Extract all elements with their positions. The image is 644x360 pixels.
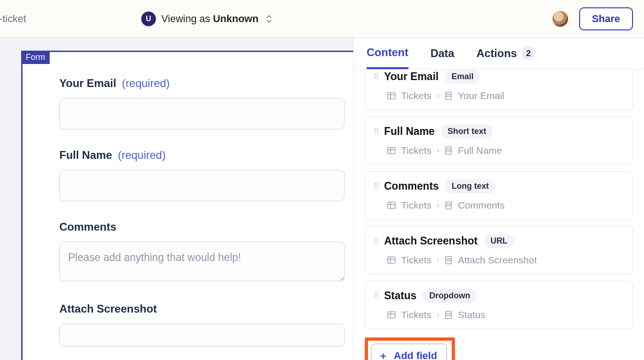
column-icon (445, 146, 452, 155)
svg-rect-6 (388, 147, 395, 154)
required-label: (required) (118, 149, 166, 161)
source-column-name: Comments (458, 200, 505, 211)
add-field-button[interactable]: ＋ Add field (371, 343, 447, 360)
svg-rect-0 (388, 93, 395, 99)
svg-rect-27 (446, 311, 451, 319)
panel-field-your-email[interactable]: ⠿ Your Email Email Tickets › Your Email (365, 70, 633, 110)
panel-field-name: Status (384, 290, 416, 302)
svg-rect-3 (446, 92, 451, 99)
full-name-input[interactable] (59, 170, 345, 201)
drag-handle-icon[interactable]: ⠿ (374, 294, 378, 298)
form-field-your-email: Your Email (required) (59, 77, 335, 129)
source-table-name: Tickets (401, 200, 431, 211)
share-button[interactable]: Share (579, 7, 633, 30)
user-badge-icon: U (141, 12, 156, 26)
source-column-name: Attach Screenshot (458, 255, 537, 266)
field-type-pill: Email (445, 70, 480, 84)
panel-field-full-name[interactable]: ⠿ Full Name Short text Tickets › Full Na… (365, 116, 633, 165)
panel-field-name: Attach Screenshot (384, 235, 477, 247)
chevron-right-icon: › (437, 255, 440, 265)
source-table-name: Tickets (401, 90, 431, 101)
drag-handle-icon[interactable]: ⠿ (374, 239, 378, 243)
comments-input[interactable] (59, 242, 345, 281)
your-email-input[interactable] (59, 98, 345, 129)
source-column-name: Status (458, 309, 485, 320)
table-icon (387, 256, 396, 264)
field-type-pill: Dropdown (423, 289, 477, 303)
actions-count-badge: 2 (522, 46, 535, 60)
panel-field-name: Full Name (384, 125, 435, 138)
source-table-name: Tickets (401, 145, 431, 156)
viewing-as-control[interactable]: U Viewing as Unknown (141, 12, 272, 26)
form-selection-tag[interactable]: Form (21, 51, 50, 64)
avatar[interactable] (552, 11, 568, 27)
source-table-name: Tickets (401, 255, 431, 266)
tab-data[interactable]: Data (431, 46, 454, 69)
svg-rect-12 (388, 202, 395, 209)
plus-icon: ＋ (378, 349, 388, 360)
drag-handle-icon[interactable]: ⠿ (374, 75, 378, 79)
column-icon (445, 201, 452, 209)
chevron-sort-icon (266, 14, 272, 23)
table-icon (387, 201, 396, 209)
svg-rect-21 (446, 256, 451, 264)
field-label: Your Email (59, 77, 116, 89)
panel-field-status[interactable]: ⠿ Status Dropdown Tickets › Status (365, 281, 633, 329)
field-type-pill: Long text (445, 179, 495, 193)
form-field-attach-screenshot: Attach Screenshot (59, 302, 335, 347)
viewing-as-label: Viewing as Unknown (161, 13, 259, 25)
table-icon (387, 311, 396, 319)
column-icon (445, 311, 452, 319)
svg-rect-9 (446, 147, 451, 154)
field-label: Comments (59, 221, 116, 233)
add-field-highlight: ＋ Add field (365, 337, 455, 360)
field-label: Full Name (59, 149, 112, 161)
required-label: (required) (122, 77, 170, 89)
breadcrumb-text: t-ticket (0, 13, 26, 25)
panel-field-name: Comments (384, 180, 439, 192)
tab-actions[interactable]: Actions 2 (477, 46, 535, 69)
column-icon (445, 256, 452, 264)
chevron-right-icon: › (437, 146, 440, 155)
chevron-right-icon: › (437, 310, 440, 319)
svg-rect-18 (388, 257, 395, 263)
right-panel: Content Data Actions 2 ⠿ Your Email Emai… (353, 38, 644, 360)
panel-field-comments[interactable]: ⠿ Comments Long text Tickets › Comments (365, 171, 633, 220)
source-table-name: Tickets (401, 309, 431, 320)
table-icon (387, 146, 396, 155)
chevron-right-icon: › (437, 91, 440, 100)
svg-rect-15 (446, 202, 451, 209)
source-column-name: Full Name (458, 145, 502, 156)
panel-field-attach-screenshot[interactable]: ⠿ Attach Screenshot URL Tickets › Attach… (365, 226, 633, 274)
drag-handle-icon[interactable]: ⠿ (374, 185, 378, 188)
attach-screenshot-input[interactable] (59, 324, 345, 347)
form-field-full-name: Full Name (required) (59, 149, 335, 201)
chevron-right-icon: › (437, 201, 440, 210)
form-card[interactable]: Your Email (required) Full Name (require… (21, 51, 353, 360)
field-type-pill: URL (484, 234, 514, 248)
source-column-name: Your Email (458, 90, 504, 101)
top-bar: t-ticket U Viewing as Unknown Share (0, 0, 644, 38)
form-field-comments: Comments (59, 221, 335, 283)
svg-rect-24 (388, 312, 395, 318)
form-canvas: Form Your Email (required) Full Name (re… (0, 38, 353, 360)
column-icon (445, 92, 452, 100)
drag-handle-icon[interactable]: ⠿ (374, 130, 378, 134)
panel-tabs: Content Data Actions 2 (354, 38, 644, 70)
panel-field-name: Your Email (384, 70, 438, 83)
field-type-pill: Short text (441, 124, 493, 139)
table-icon (387, 92, 396, 100)
tab-content[interactable]: Content (367, 46, 408, 69)
field-label: Attach Screenshot (59, 302, 157, 315)
